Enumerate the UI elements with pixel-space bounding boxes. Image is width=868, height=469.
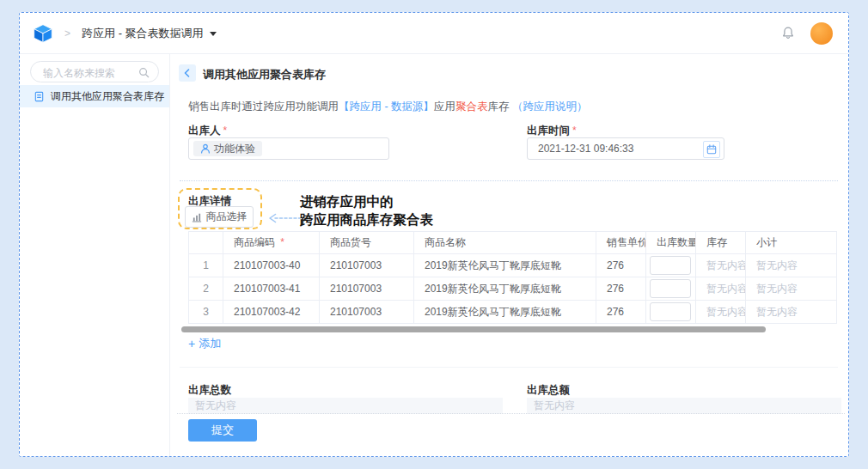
annotation-text: 进销存应用中的 跨应用商品库存聚合表 — [300, 192, 433, 228]
user-avatar[interactable] — [810, 22, 833, 45]
cell-qty — [646, 301, 696, 324]
app-logo-icon[interactable] — [32, 22, 54, 45]
cell-subtotal: 暂无内容 — [746, 277, 837, 301]
description-text: 应用 — [434, 100, 455, 113]
time-field-box — [527, 137, 724, 160]
cross-app-help-link[interactable]: （跨应用说明） — [512, 100, 588, 113]
sidebar-item-label: 调用其他应用聚合表库存 — [51, 89, 164, 104]
total-count-label: 出库总数 — [188, 383, 231, 398]
table-row: 2 210107003-41 210107003 2019新英伦风马丁靴厚底短靴… — [189, 277, 837, 301]
table-row: 1 210107003-40 210107003 2019新英伦风马丁靴厚底短靴… — [189, 254, 837, 277]
main-content: 调用其他应用聚合表库存 销售出库时通过跨应用功能调用【跨应用 - 数据源】应用聚… — [170, 54, 848, 456]
plus-icon: + — [188, 337, 195, 350]
total-amount-field: 暂无内容 — [527, 398, 841, 414]
required-asterisk: * — [280, 236, 284, 248]
product-select-button[interactable]: 商品选择 — [185, 206, 254, 228]
description: 销售出库时通过跨应用功能调用【跨应用 - 数据源】应用聚合表库存 （跨应用说明） — [188, 100, 588, 114]
cell-code: 210107003-42 — [223, 301, 320, 324]
outbound-person-label: 出库人 — [188, 125, 221, 137]
datasource-link[interactable]: 【跨应用 - 数据源】 — [339, 100, 434, 113]
section-divider — [180, 180, 838, 181]
person-chip-label: 功能体验 — [214, 142, 255, 156]
time-input[interactable] — [536, 142, 703, 155]
cell-stock: 暂无内容 — [696, 277, 746, 301]
row-index: 2 — [189, 277, 223, 301]
cell-stock: 暂无内容 — [696, 254, 746, 277]
person-icon — [200, 143, 211, 154]
table-row: 3 210107003-42 210107003 2019新英伦风马丁靴厚底短靴… — [189, 301, 837, 324]
breadcrumb-separator: > — [64, 27, 70, 40]
cell-subtotal: 暂无内容 — [746, 254, 837, 277]
required-asterisk: * — [572, 125, 577, 137]
add-row-label: 添加 — [199, 336, 221, 351]
cell-code: 210107003-41 — [223, 277, 320, 301]
add-row-button[interactable]: + 添加 — [188, 336, 221, 351]
search-box — [30, 61, 159, 82]
cell-price: 276 — [596, 301, 646, 324]
aggregate-emphasis: 聚合表 — [455, 100, 488, 113]
sidebar: 调用其他应用聚合表库存 — [20, 54, 170, 456]
cell-code: 210107003-40 — [223, 254, 320, 277]
top-bar: > 跨应用 - 聚合表数据调用 — [20, 13, 848, 54]
product-table: 商品编码 * 商品货号 商品名称 销售单价 * 出库数量 * 库存 小计 1 2… — [188, 231, 837, 324]
document-icon — [34, 91, 45, 102]
col-header-sku: 商品货号 — [320, 232, 414, 254]
horizontal-scrollbar[interactable] — [181, 326, 766, 332]
cell-price: 276 — [596, 254, 646, 277]
col-header-qty: 出库数量 * — [646, 232, 696, 254]
section-divider — [180, 367, 838, 368]
table-header-row: 商品编码 * 商品货号 商品名称 销售单价 * 出库数量 * 库存 小计 — [189, 232, 837, 254]
bar-chart-icon — [192, 212, 202, 222]
qty-input[interactable] — [650, 256, 691, 275]
row-index: 3 — [189, 301, 223, 324]
cell-qty — [646, 254, 696, 277]
person-chip[interactable]: 功能体验 — [193, 141, 262, 156]
notification-bell-icon[interactable] — [781, 26, 795, 40]
total-amount-label: 出库总额 — [527, 383, 570, 398]
calendar-button[interactable] — [703, 141, 720, 158]
cell-name: 2019新英伦风马丁靴厚底短靴 — [414, 277, 596, 301]
cell-sku: 210107003 — [320, 254, 414, 277]
chevron-down-icon[interactable] — [210, 32, 217, 36]
col-header-name: 商品名称 — [414, 232, 596, 254]
search-icon[interactable] — [138, 66, 150, 82]
footer-divider — [177, 413, 845, 414]
total-count-field: 暂无内容 — [188, 398, 503, 414]
cell-qty — [646, 277, 696, 301]
annotation-line-1: 进销存应用中的 — [300, 192, 433, 210]
search-input[interactable] — [41, 63, 141, 82]
desktop-background: > 跨应用 - 聚合表数据调用 — [0, 0, 868, 469]
cell-name: 2019新英伦风马丁靴厚底短靴 — [414, 301, 596, 324]
annotation-line-2: 跨应用商品库存聚合表 — [300, 210, 433, 228]
back-chevron-icon — [183, 69, 192, 77]
col-header-subtotal: 小计 — [746, 232, 837, 254]
outbound-person-field: 出库人* — [188, 122, 227, 138]
description-text: 销售出库时通过跨应用功能调用 — [188, 100, 339, 113]
outbound-time-label: 出库时间 — [527, 125, 570, 137]
cell-stock: 暂无内容 — [696, 301, 746, 324]
person-picker[interactable]: 功能体验 — [188, 137, 389, 160]
cell-subtotal: 暂无内容 — [746, 301, 837, 324]
back-button[interactable] — [179, 64, 196, 82]
col-header-stock: 库存 — [696, 232, 746, 254]
row-index: 1 — [189, 254, 223, 277]
cell-price: 276 — [596, 277, 646, 301]
cell-sku: 210107003 — [320, 301, 414, 324]
required-asterisk: * — [223, 125, 228, 137]
col-header-code: 商品编码 * — [223, 232, 320, 254]
description-text: 库存 — [488, 100, 512, 113]
product-select-label: 商品选择 — [206, 210, 248, 224]
cell-sku: 210107003 — [320, 277, 414, 301]
cell-name: 2019新英伦风马丁靴厚底短靴 — [414, 254, 596, 277]
calendar-icon — [706, 144, 717, 155]
app-window: > 跨应用 - 聚合表数据调用 — [19, 12, 849, 457]
qty-input[interactable] — [650, 279, 691, 298]
qty-input[interactable] — [650, 302, 691, 321]
submit-button[interactable]: 提交 — [188, 419, 257, 442]
annotation-arrow — [267, 211, 302, 227]
app-title: 跨应用 - 聚合表数据调用 — [82, 26, 204, 41]
col-header-index — [189, 232, 223, 254]
col-header-price: 销售单价 * — [596, 232, 646, 254]
sidebar-item-form[interactable]: 调用其他应用聚合表库存 — [20, 85, 169, 107]
outbound-time-field: 出库时间* — [527, 122, 577, 138]
